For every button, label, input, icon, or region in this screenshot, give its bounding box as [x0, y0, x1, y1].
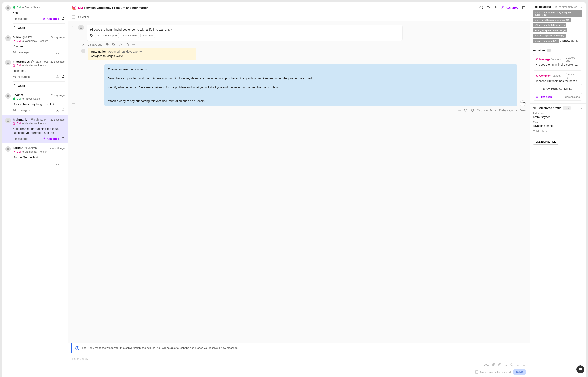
heart-icon[interactable]: [504, 363, 507, 366]
check-icon[interactable]: [81, 43, 85, 46]
topic-tag[interactable]: camping supply inventory (1): [533, 34, 566, 38]
contact-handle: @mattarmess: [31, 60, 48, 63]
svg-rect-2: [13, 27, 16, 29]
reply-icon[interactable]: [61, 50, 65, 54]
tag-icon[interactable]: [487, 6, 490, 9]
activities-title: Activities: [533, 49, 545, 52]
reply-icon[interactable]: [61, 17, 65, 21]
assigned-badge: Assigned: [43, 137, 59, 140]
topic-tag[interactable]: humminbird fishing equipment (1): [533, 18, 571, 22]
conversation-item[interactable]: karlkbh@karlkbha month agoDM to Vandemay…: [2, 143, 68, 168]
svg-point-36: [139, 51, 140, 52]
svg-point-10: [14, 65, 15, 66]
conversation-item[interactable]: highmarjon@highmarjon23 days agoDM to Va…: [2, 115, 68, 143]
emoji-icon[interactable]: [510, 363, 513, 366]
chat-icon[interactable]: [516, 363, 520, 366]
contact-handle: @olliew: [23, 35, 32, 39]
case-row[interactable]: Case: [13, 24, 65, 29]
tag-icon: [90, 34, 93, 37]
conversation-item[interactable]: mattarmess@mattarmess22 days agoDM to Va…: [2, 57, 68, 90]
activity-card[interactable]: CommentVandem…3 weeks agoJohnson Outdoor…: [533, 71, 582, 85]
emoji-icon[interactable]: [105, 43, 109, 46]
svg-point-38: [141, 51, 142, 52]
magic-icon[interactable]: [522, 363, 525, 366]
chevron-down-icon[interactable]: ⌄: [580, 49, 582, 52]
sender-avatar: [78, 25, 84, 31]
message-checkbox[interactable]: [72, 103, 75, 106]
contact-handle: @highmarjon: [31, 118, 47, 121]
svg-rect-50: [536, 75, 538, 76]
channel-label: DM: [17, 122, 21, 125]
instagram-icon: [13, 64, 16, 67]
reply-icon[interactable]: [61, 75, 65, 79]
svg-point-21: [7, 148, 9, 149]
svg-point-23: [14, 151, 15, 152]
conversation-list: DM to Falcon SalesYes8 messagesAssignedC…: [2, 2, 68, 377]
person-icon[interactable]: [56, 50, 59, 54]
unlink-profile-button[interactable]: UNLINK PROFILE: [533, 139, 559, 145]
conversation-item[interactable]: olliew@olliew22 days agoDM to Vandemay P…: [2, 33, 68, 57]
channel-to: to Falcon Sales: [22, 97, 40, 100]
more-icon[interactable]: [458, 108, 461, 112]
mark-read-toggle[interactable]: Mark conversation as read: [475, 370, 511, 374]
instagram-icon: [536, 74, 538, 77]
activity-card[interactable]: MessageVandema…3 weeks agoHi does the hu…: [533, 54, 582, 68]
more-icon[interactable]: [139, 50, 142, 53]
assigned-status[interactable]: Assigned: [501, 6, 518, 9]
refresh-icon[interactable]: [479, 6, 483, 9]
chevron-down-icon[interactable]: ⌄: [580, 106, 582, 110]
talking-about-title: Talking about: [533, 5, 551, 8]
salesforce-icon: [533, 106, 536, 110]
conversation-header: DM between Vandemay Premium and highmarj…: [68, 2, 530, 13]
topic-tag[interactable]: fishing equipment outdoors (1): [533, 28, 567, 33]
image-icon[interactable]: [492, 363, 495, 366]
channel-label: DM: [17, 64, 21, 67]
reply-icon[interactable]: [61, 162, 65, 165]
reply-input[interactable]: [72, 355, 525, 362]
reply-icon[interactable]: [61, 108, 65, 112]
salesforce-title: Salesforce profile: [538, 106, 562, 110]
assigned-badge: Assigned: [43, 17, 59, 21]
instagram-icon: [13, 122, 16, 125]
svg-point-24: [15, 151, 15, 151]
person-icon[interactable]: [56, 162, 59, 165]
salesforce-field: Emailksynder@tnr.net: [533, 121, 582, 127]
topic-tag[interactable]: official humminbird (1): [533, 39, 559, 43]
person-icon[interactable]: [56, 108, 59, 112]
heart-icon[interactable]: [119, 43, 122, 46]
chevron-down-icon[interactable]: ⌄: [580, 5, 582, 8]
select-all-checkbox[interactable]: [72, 15, 75, 19]
message-tag[interactable]: warranty: [140, 33, 155, 38]
message-tag[interactable]: customer support: [95, 33, 119, 38]
tag-icon[interactable]: [112, 43, 115, 46]
conversation-item[interactable]: Joakim23 days agoDM to Falcon SalesDo yo…: [2, 90, 68, 115]
message-time: 23 days ago: [88, 43, 102, 46]
help-chat-button[interactable]: [576, 365, 584, 373]
conversation-time: 23 days ago: [50, 94, 65, 97]
briefcase-icon[interactable]: [125, 43, 129, 46]
conversation-item[interactable]: DM to Falcon SalesYes8 messagesAssignedC…: [2, 2, 68, 33]
message-thread: Hi does the humminbird cooler come with …: [68, 21, 530, 343]
message-tag[interactable]: humminbird: [121, 33, 139, 38]
tag-icon[interactable]: [464, 108, 468, 112]
download-icon[interactable]: [494, 6, 497, 9]
person-icon[interactable]: [56, 75, 59, 79]
topic-tag[interactable]: official humminbird fishing (1): [533, 23, 566, 27]
instagram-icon[interactable]: [498, 363, 501, 366]
svg-point-18: [14, 123, 15, 124]
show-more-activities[interactable]: SHOW MORE ACTIVITIES: [533, 85, 582, 91]
heart-icon[interactable]: [471, 108, 474, 112]
svg-point-28: [80, 26, 82, 28]
channel-label: DM: [17, 6, 21, 9]
message-checkbox[interactable]: [72, 26, 75, 29]
reply-icon[interactable]: [61, 137, 65, 140]
svg-point-27: [502, 6, 503, 7]
reply-icon[interactable]: [522, 6, 525, 9]
more-icon[interactable]: [132, 43, 135, 46]
svg-point-49: [536, 59, 537, 59]
show-more-topics[interactable]: ⌄ SHOW MORE: [560, 39, 578, 43]
case-row[interactable]: Case: [13, 82, 65, 87]
topic-tag[interactable]: official humminbird fishing equipment ou…: [533, 11, 582, 17]
send-button[interactable]: SEND: [513, 369, 525, 375]
instagram-icon: [72, 6, 76, 10]
